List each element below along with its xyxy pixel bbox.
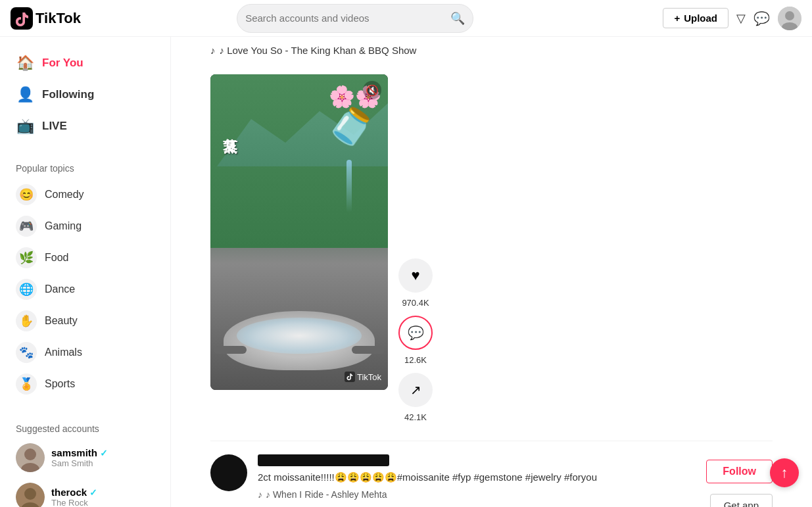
- sports-icon: 🏅: [16, 374, 37, 395]
- home-icon: 🏠: [16, 54, 34, 72]
- search-button[interactable]: 🔍: [450, 11, 465, 26]
- header: TikTok 🔍 + Upload ▽ 💬: [0, 0, 812, 37]
- water-stream: [346, 160, 352, 212]
- inbox-button[interactable]: 💬: [753, 11, 770, 26]
- share-icon: ↗: [410, 382, 421, 398]
- account-realname: Sam Smith: [51, 458, 108, 468]
- sidebar-item-label: LIVE: [42, 120, 67, 133]
- topic-label: Food: [45, 252, 68, 264]
- post-avatar-2[interactable]: [210, 454, 247, 491]
- beauty-icon: ✋: [16, 310, 37, 331]
- scroll-to-top-button[interactable]: ↑: [770, 458, 799, 487]
- sidebar-item-beauty[interactable]: ✋ Beauty: [0, 305, 170, 337]
- topic-label: Comedy: [45, 189, 84, 201]
- tiktok-watermark: TikTok: [345, 372, 381, 382]
- post-username-bar: [258, 454, 389, 466]
- sidebar-item-label: For You: [42, 57, 84, 70]
- animals-icon: 🐾: [16, 342, 37, 363]
- sidebar-item-following[interactable]: 👤 Following: [0, 79, 170, 110]
- svg-rect-0: [11, 7, 33, 30]
- sidebar-nav: 🏠 For You 👤 Following 📺 LIVE: [0, 47, 170, 142]
- tiktok-logo-icon: [11, 7, 33, 30]
- post-content-2: 2ct moissanite!!!!!😩😩😩😩😩#moissanite #fyp…: [258, 454, 696, 500]
- sidebar-item-gaming[interactable]: 🎮 Gaming: [0, 210, 170, 242]
- upload-label: Upload: [684, 12, 717, 24]
- account-info-samsmith: samsmith ✓ Sam Smith: [51, 447, 108, 468]
- account-avatar-therock: [16, 483, 45, 507]
- svg-point-8: [24, 488, 36, 500]
- main-layout: 🏠 For You 👤 Following 📺 LIVE Popular top…: [0, 37, 812, 507]
- suggested-account-therock[interactable]: therock ✓ The Rock: [0, 477, 170, 507]
- gaming-icon: 🎮: [16, 216, 37, 237]
- sidebar-item-live[interactable]: 📺 LIVE: [0, 110, 170, 142]
- post-actions-2: Follow Get app: [706, 454, 773, 507]
- verified-icon: ✓: [100, 448, 108, 458]
- topic-label: Animals: [45, 347, 82, 358]
- food-icon: 🌿: [16, 247, 37, 268]
- comment-button[interactable]: 💬: [398, 316, 433, 350]
- share-count: 42.1K: [404, 412, 427, 422]
- song-name: ♪ Love You So - The King Khan & BBQ Show: [220, 45, 417, 56]
- music-note-icon: ♪: [210, 45, 216, 56]
- heart-icon: ♥: [411, 267, 419, 284]
- header-actions: + Upload ▽ 💬: [663, 7, 801, 30]
- post-section-2: 2ct moissanite!!!!!😩😩😩😩😩#moissanite #fyp…: [210, 441, 773, 507]
- comment-icon: 💬: [408, 325, 424, 341]
- verified-icon: ✓: [89, 487, 97, 498]
- svg-point-2: [785, 11, 794, 20]
- video-section-1: 🌸🌸 🫙 复蒸: [210, 61, 773, 441]
- pan-visual: [224, 311, 375, 370]
- song-name-2: ♪ When I Ride - Ashley Mehta: [266, 489, 387, 500]
- comedy-icon: 😊: [16, 184, 37, 205]
- watermark-text: TikTok: [357, 372, 381, 382]
- mute-icon[interactable]: 🔇: [363, 81, 381, 99]
- comment-count: 12.6K: [404, 355, 427, 365]
- pan-handle-right: [352, 346, 385, 354]
- sidebar-item-animals[interactable]: 🐾 Animals: [0, 337, 170, 368]
- topic-label: Dance: [45, 283, 75, 295]
- topic-label: Beauty: [45, 315, 78, 327]
- post-song: ♪ ♪ When I Ride - Ashley Mehta: [258, 489, 696, 500]
- filter-button[interactable]: ▽: [736, 11, 746, 26]
- sidebar-item-dance[interactable]: 🌐 Dance: [0, 274, 170, 305]
- like-button[interactable]: ♥: [398, 258, 433, 293]
- logo-area: TikTok: [11, 7, 142, 30]
- feed-area: ♪ ♪ Love You So - The King Khan & BBQ Sh…: [171, 37, 812, 507]
- live-icon: 📺: [16, 117, 34, 135]
- follow-button[interactable]: Follow: [706, 460, 773, 483]
- share-button[interactable]: ↗: [398, 373, 433, 407]
- topic-label: Gaming: [45, 220, 82, 232]
- sidebar-item-label: Following: [42, 88, 94, 101]
- suggested-account-samsmith[interactable]: samsmith ✓ Sam Smith: [0, 438, 170, 477]
- account-avatar-samsmith: [16, 443, 45, 472]
- music-note-2-icon: ♪: [258, 489, 262, 500]
- water-in-pan: [237, 318, 362, 354]
- arrow-up-icon: ↑: [781, 464, 788, 481]
- song-title-1: ♪ ♪ Love You So - The King Khan & BBQ Sh…: [210, 45, 773, 56]
- account-realname: The Rock: [51, 498, 97, 507]
- suggested-accounts-title: Suggested accounts: [0, 416, 170, 438]
- account-info-therock: therock ✓ The Rock: [51, 487, 97, 507]
- svg-point-5: [24, 448, 36, 460]
- search-bar[interactable]: 🔍: [237, 4, 473, 33]
- sidebar-item-food[interactable]: 🌿 Food: [0, 242, 170, 274]
- profile-avatar[interactable]: [778, 7, 801, 30]
- svg-rect-13: [345, 372, 355, 382]
- sidebar: 🏠 For You 👤 Following 📺 LIVE Popular top…: [0, 37, 171, 507]
- like-count: 970.4K: [402, 298, 429, 308]
- get-app-button[interactable]: Get app: [710, 494, 773, 507]
- following-icon: 👤: [16, 85, 34, 104]
- sidebar-item-sports[interactable]: 🏅 Sports: [0, 368, 170, 400]
- video-actions-1: ♥ 970.4K 💬 12.6K ↗ 42.1K: [398, 74, 433, 427]
- dance-icon: 🌐: [16, 279, 37, 300]
- account-username: samsmith ✓: [51, 447, 108, 458]
- logo-text: TikTok: [36, 10, 81, 27]
- pan-handle-left: [214, 346, 247, 354]
- search-input[interactable]: [245, 12, 450, 24]
- sidebar-item-comedy[interactable]: 😊 Comedy: [0, 179, 170, 210]
- upload-plus-icon: +: [674, 12, 680, 24]
- upload-button[interactable]: + Upload: [663, 8, 728, 28]
- video-thumbnail-1[interactable]: 🌸🌸 🫙 复蒸: [210, 74, 388, 390]
- sidebar-item-for-you[interactable]: 🏠 For You: [0, 47, 170, 79]
- post-description: 2ct moissanite!!!!!😩😩😩😩😩#moissanite #fyp…: [258, 470, 696, 485]
